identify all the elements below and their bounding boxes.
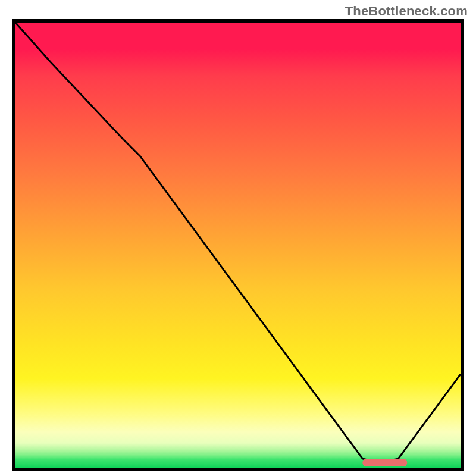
bottleneck-curve [15, 23, 461, 464]
watermark-text: TheBottleneck.com [345, 4, 468, 19]
plot-area [15, 23, 461, 468]
curve-layer [15, 23, 461, 468]
optimal-range-marker [362, 459, 407, 466]
chart-frame [12, 19, 464, 471]
